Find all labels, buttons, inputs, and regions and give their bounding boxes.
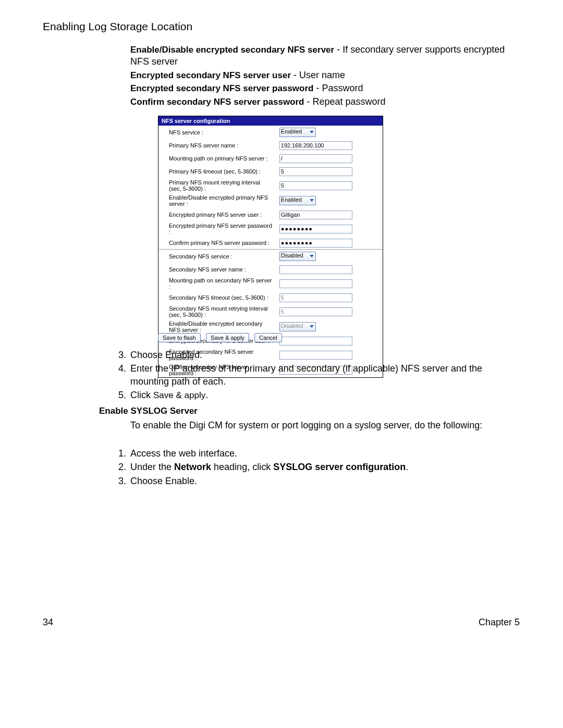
panel-text-input[interactable]: 192.168.200.100	[279, 141, 352, 150]
steps-block-b: 1.Access the web interface. 2.Under the …	[118, 447, 520, 488]
step-b-1-num: 1.	[118, 447, 130, 460]
panel-row-label: Secondary NFS server name :	[158, 263, 276, 276]
panel-row-label: Enable/Disable encrypted secondary NFS s…	[158, 319, 276, 334]
save-and-apply-button[interactable]: Save & apply	[206, 333, 249, 342]
panel-row-label: Mounting path on secondary NFS server :	[158, 276, 276, 291]
intro-3-text: Repeat password	[313, 96, 386, 107]
panel-row-label: Primary NFS timeout (sec, 5-3600) :	[158, 165, 276, 178]
intro-1-bold: Encrypted secondary NFS server user	[130, 70, 291, 80]
syslog-intro: To enable the Digi CM for system or port…	[130, 419, 519, 431]
panel-text-input[interactable]: 5	[279, 167, 352, 176]
steps-block-a: 3.Choose Enabled. 4.Enter the IP address…	[118, 349, 520, 403]
page-footer: 34 Chapter 5	[43, 617, 520, 628]
intro-0-bold: Enable/Disable encrypted secondary NFS s…	[130, 45, 334, 55]
panel-row-label: NFS service :	[158, 126, 276, 139]
chapter-label: Chapter 5	[479, 617, 520, 628]
panel-text-input: 5	[279, 307, 352, 316]
panel-row-label: Secondary NFS timeout (sec, 5-3600) :	[158, 291, 276, 304]
step-a-3-body: Choose Enabled.	[130, 349, 520, 361]
panel-row-label: Enable/Disable encrypted primary NFS ser…	[158, 193, 276, 208]
panel-title: NFS server configuration	[158, 116, 383, 126]
intro-3-bold: Confirm secondary NFS server password	[130, 97, 304, 107]
panel-text-input[interactable]: Gilligan	[279, 211, 352, 219]
save-to-flash-button[interactable]: Save to flash	[158, 333, 201, 342]
step-b-2-num: 2.	[118, 461, 130, 473]
step-b-3-num: 3.	[118, 475, 130, 487]
intro-0-sep: -	[334, 44, 342, 55]
panel-text-input	[279, 337, 352, 346]
intro-1-text: User name	[299, 70, 345, 80]
panel-row-label: Encrypted primary NFS server user :	[158, 208, 276, 221]
panel-text-input	[279, 279, 352, 288]
panel-select[interactable]: Enabled	[279, 196, 316, 205]
cancel-button[interactable]: Cancel	[254, 333, 282, 342]
button-row: Save to flash Save & apply Cancel	[158, 332, 285, 342]
panel-text-input[interactable]: /	[279, 154, 352, 163]
panel-row-label: Mounting path on primary NFS server :	[158, 152, 276, 165]
panel-row-label: Secondary NFS mount retrying interval (s…	[158, 304, 276, 319]
step-a-5-num: 5.	[118, 389, 130, 401]
intro-3-sep: -	[304, 96, 313, 107]
step-a-4-body: Enter the IP address of the primary and …	[130, 362, 520, 388]
panel-row-label: Primary NFS mount retrying interval (sec…	[158, 178, 276, 193]
step-a-5-body: Click Save & apply.	[130, 389, 520, 402]
step-a-3-num: 3.	[118, 349, 130, 361]
panel-select: Disabled	[279, 322, 316, 331]
panel-row-label: Encrypted primary NFS server password :	[158, 221, 276, 236]
panel-row-label: Confirm primary NFS server password :	[158, 236, 276, 250]
step-b-1-body: Access the web interface.	[130, 447, 520, 460]
panel-text-input[interactable]: 5	[279, 181, 352, 190]
step-b-2-body: Under the Network heading, click SYSLOG …	[130, 461, 520, 473]
panel-select[interactable]: Enabled	[279, 128, 316, 137]
panel-text-input: 5	[279, 293, 352, 302]
intro-2-sep: -	[313, 83, 322, 93]
panel-row-label: Secondary NFS service :	[158, 250, 276, 263]
panel-password-input[interactable]: ●●●●●●●●	[279, 225, 352, 233]
syslog-heading: Enable SYSLOG Server	[99, 406, 198, 416]
intro-2-bold: Encrypted secondary NFS server password	[130, 83, 313, 93]
panel-row-label: Primary NFS server name :	[158, 139, 276, 152]
intro-block: Enable/Disable encrypted secondary NFS s…	[130, 43, 519, 109]
intro-1-sep: -	[291, 70, 299, 80]
panel-text-input	[279, 265, 352, 274]
step-b-3-body: Choose Enable.	[130, 475, 520, 487]
panel-password-input[interactable]: ●●●●●●●●	[279, 239, 352, 248]
intro-2-text: Password	[322, 83, 363, 93]
section-title: Enabling Log Storage Location	[43, 20, 192, 33]
panel-select[interactable]: Disabled	[279, 252, 316, 261]
page-number: 34	[43, 617, 53, 628]
step-a-4-num: 4.	[118, 362, 130, 375]
